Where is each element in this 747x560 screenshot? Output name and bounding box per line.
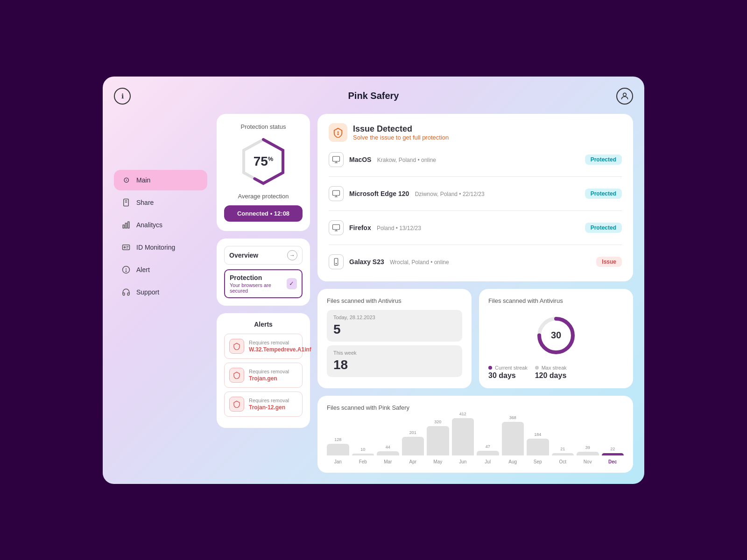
overview-arrow[interactable]: → [287, 250, 297, 260]
svg-rect-4 [123, 225, 124, 228]
device-icon-0 [329, 152, 344, 167]
sidebar-item-alert[interactable]: Alert [114, 259, 207, 280]
device-row-2: Firefox Poland • 13/12/23 Protected [329, 217, 622, 238]
bar-col-nov: 39 Nov [577, 445, 599, 464]
issue-card: Issue Detected Solve the issue to get fu… [317, 114, 633, 281]
issue-title: Issue Detected [353, 124, 449, 134]
bar-col-oct: 21 Oct [552, 447, 574, 464]
protection-value: 75% [254, 154, 274, 169]
svg-rect-24 [333, 224, 340, 230]
support-icon [121, 287, 131, 297]
bar-col-jun: 412 Jun [452, 412, 474, 464]
donut-wrap: 30 [488, 315, 624, 357]
bar-col-may: 320 May [427, 420, 449, 464]
issue-shield-icon [329, 123, 347, 142]
connected-button[interactable]: Connected • 12:08 [224, 205, 303, 222]
bar-mar [377, 451, 399, 455]
overview-row[interactable]: Overview → [224, 246, 303, 265]
protection-status-title: Protection status [241, 123, 286, 130]
bar-jul [477, 451, 499, 455]
sidebar-item-main[interactable]: ⊙ Main [114, 170, 207, 190]
info-icon[interactable]: ℹ [114, 88, 131, 105]
avg-protection-label: Average protection [238, 193, 289, 200]
antivirus-stat-card: Files scanned with Antivirus Today, 28.1… [317, 289, 472, 388]
id-icon [121, 243, 131, 252]
device-icon-1 [329, 186, 344, 201]
bar-col-mar: 44 Mar [377, 445, 399, 464]
right-column: Issue Detected Solve the issue to get fu… [317, 114, 633, 473]
alert-shield-icon-1 [229, 368, 244, 383]
alert-item-2[interactable]: Requires removal Trojan-12.gen [224, 392, 303, 417]
sidebar-item-analytics[interactable]: Analitycs [114, 215, 207, 235]
svg-point-28 [336, 263, 337, 264]
svg-rect-27 [334, 258, 338, 265]
alert-icon [121, 265, 131, 274]
max-streak-dot [535, 366, 539, 370]
device-badge-1: Protected [585, 189, 622, 199]
sidebar-item-share[interactable]: Share [114, 192, 207, 213]
bar-may [427, 426, 449, 455]
device-icon-3 [329, 254, 344, 269]
device-list: MacOS Krakow, Poland • online Protected [329, 149, 622, 272]
device-row-1: Microsoft Edge 120 Dziwnow, Poland • 22/… [329, 183, 622, 204]
svg-point-17 [338, 133, 338, 134]
alert-shield-icon-2 [229, 397, 244, 412]
svg-point-8 [124, 246, 126, 248]
bar-chart: 128 Jan 10 Feb 44 Mar 201 Apr 320 May 41… [327, 418, 624, 464]
protection-status-card: Protection status 75% Average protection [217, 114, 310, 231]
protection-check-icon: ✓ [287, 278, 297, 289]
bar-chart-card: Files scanned with Pink Safery 128 Jan 1… [317, 396, 633, 473]
streak-dot [488, 366, 492, 370]
device-badge-3: Issue [596, 257, 622, 267]
antivirus-donut-title: Files scanned with Antivirus [488, 297, 624, 304]
bar-col-jul: 47 Jul [477, 444, 499, 464]
share-icon [121, 198, 131, 207]
svg-point-13 [126, 271, 127, 272]
alert-item-0[interactable]: Requires removal W.32.Tempedreve.A1inf [224, 334, 303, 359]
main-content: Protection status 75% Average protection [217, 114, 633, 473]
max-streak: Max streak 120 days [535, 365, 567, 380]
svg-rect-18 [333, 156, 340, 161]
sidebar-item-id-monitoring[interactable]: ID Monitoring [114, 237, 207, 258]
app-header: ℹ Pink Safery [114, 88, 633, 105]
app-container: ℹ Pink Safery ⊙ Main Share [103, 77, 644, 484]
bar-col-aug: 368 Aug [502, 415, 524, 464]
alert-shield-icon-0 [229, 339, 244, 354]
sidebar-item-support[interactable]: Support [114, 282, 207, 302]
issue-subtitle: Solve the issue to get full protection [353, 134, 449, 141]
antivirus-stat-title: Files scanned with Antivirus [327, 297, 462, 304]
bar-apr [402, 437, 424, 455]
current-streak: Current streak 30 days [488, 365, 528, 380]
stat-today: Today, 28.12.2023 5 [327, 310, 462, 342]
device-badge-0: Protected [585, 154, 622, 165]
bar-jan [327, 444, 349, 455]
device-icon-2 [329, 220, 344, 235]
alert-item-1[interactable]: Requires removal Trojan.gen [224, 363, 303, 388]
sidebar: ⊙ Main Share Analitycs ID Monitoring [114, 114, 207, 473]
protection-hexagon: 75% [238, 136, 289, 187]
bar-col-sep: 184 Sep [527, 432, 549, 464]
device-badge-2: Protected [585, 223, 622, 233]
donut-value: 30 [551, 330, 561, 341]
stats-row: Files scanned with Antivirus Today, 28.1… [317, 289, 633, 388]
bar-aug [502, 422, 524, 455]
overview-card: Overview → Protection Your browsers are … [217, 238, 310, 306]
svg-rect-21 [333, 190, 340, 196]
app-body: ⊙ Main Share Analitycs ID Monitoring [114, 114, 633, 473]
svg-rect-5 [126, 223, 127, 228]
bar-oct [552, 453, 574, 455]
bar-dec [602, 453, 624, 455]
left-column: Protection status 75% Average protection [217, 114, 310, 473]
bar-chart-title: Files scanned with Pink Safery [327, 404, 624, 411]
issue-header: Issue Detected Solve the issue to get fu… [329, 123, 622, 142]
user-icon[interactable] [616, 88, 633, 105]
alerts-card: Alerts Requires removal W.32.Tempedreve.… [217, 313, 310, 428]
antivirus-donut-card: Files scanned with Antivirus 30 [479, 289, 633, 388]
stat-week: This week 18 [327, 345, 462, 377]
main-icon: ⊙ [121, 175, 131, 185]
protection-row: Protection Your browsers are secured ✓ [224, 269, 303, 298]
svg-point-0 [623, 93, 627, 96]
bar-col-jan: 128 Jan [327, 437, 349, 464]
alerts-title: Alerts [224, 321, 303, 328]
bar-feb [352, 454, 374, 455]
